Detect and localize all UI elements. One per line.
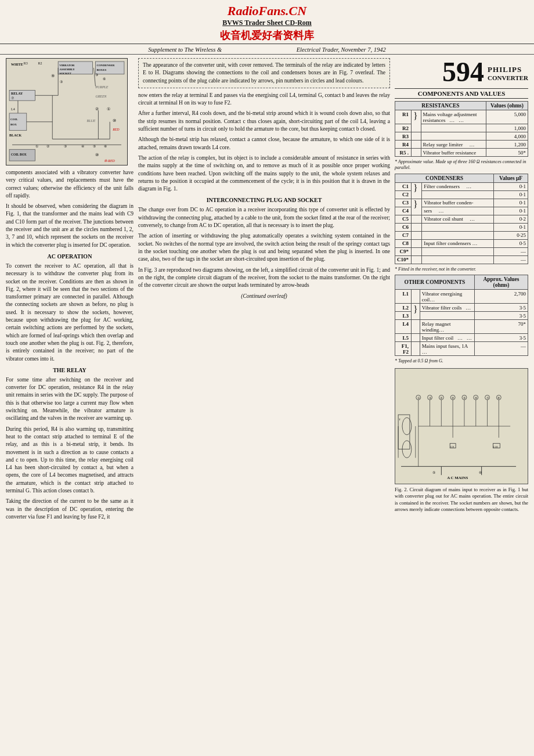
comp-values-heading: COMPONENTS AND VALUES	[395, 88, 528, 99]
ac-operation-para: To convert the receiver to AC operation,…	[6, 262, 134, 363]
svg-text:COIL BOX: COIL BOX	[11, 153, 27, 156]
r1-desc: Mains voltage adjustmentresistances … …	[421, 110, 486, 124]
r5-label: R5 .	[395, 149, 412, 157]
r2-value: 1,000	[486, 124, 528, 132]
svg-rect-24	[9, 113, 27, 131]
other-components-note: * Tapped at 0.5 Ω from G.	[395, 358, 528, 364]
table-row: C8 Input filter condensers … 0·5	[395, 239, 528, 247]
site-title: RadioFans.CN	[0, 3, 534, 19]
c10-desc	[422, 255, 494, 264]
svg-text:⑦: ⑦	[11, 96, 14, 100]
svg-text:②: ②	[46, 145, 49, 148]
c9-label: C9*	[395, 247, 412, 255]
description-box: The appearance of the converter unit, wi…	[138, 58, 390, 88]
svg-text:C10: C10	[493, 445, 498, 448]
c8-brace	[412, 239, 422, 247]
r4-value: 1,200	[486, 141, 528, 149]
c6-brace	[412, 223, 422, 231]
l5-desc: Input filter coil … …	[420, 334, 474, 342]
brand-name: PHILIPS	[488, 65, 528, 74]
svg-text:①: ①	[35, 145, 38, 148]
date-text: Electrical Trader, November 7, 1942	[297, 46, 386, 53]
c8-value: 0·5	[494, 239, 528, 247]
fig3-para: In Fig. 3 are reproduced two diagrams sh…	[138, 267, 390, 290]
c2-label: C2	[395, 190, 412, 199]
svg-text:BLUE: BLUE	[87, 119, 96, 123]
svg-text:WHITE: WHITE	[11, 63, 23, 66]
table-row: L2 } Vibrator filter coils … 3·5	[395, 304, 528, 312]
c5-value: 0·2	[494, 215, 528, 223]
other-heading: OTHER COMPONENTS	[395, 275, 475, 290]
r4-brace	[412, 141, 421, 149]
relay-para4: now enters the relay at terminal E and p…	[138, 92, 390, 107]
bvws-title: BVWS Trader Sheet CD-Rom	[0, 19, 534, 27]
r5-brace	[412, 149, 421, 157]
c5-brace	[412, 215, 422, 223]
c3c4-brace: }	[412, 199, 422, 215]
l2-value: 3·5	[474, 304, 528, 312]
condensers-heading: CONDENSERS	[395, 174, 494, 182]
svg-text:ASSEMBLY: ASSEMBLY	[59, 68, 75, 71]
l5-brace	[412, 334, 420, 342]
svg-text:CONDENSER: CONDENSER	[96, 64, 114, 67]
interconnect-heading: INTERCONNECTING PLUG AND SOCKET	[138, 196, 390, 204]
other-values-heading: Approx. Values (ohms)	[474, 275, 528, 290]
svg-line-21	[93, 68, 95, 87]
c7-value: 0·25	[494, 231, 528, 239]
f1f2-value: —	[474, 342, 528, 356]
c5-label: C5	[395, 215, 412, 223]
c1-desc: Filter condensers …	[422, 182, 494, 190]
l5-value: 3·5	[474, 334, 528, 342]
r2-desc	[421, 124, 486, 132]
svg-text:⑥: ⑥	[103, 77, 106, 81]
relay-para5: After a further interval, R4 cools down,…	[138, 110, 390, 133]
l4-value: 70*	[474, 320, 528, 334]
resistances-values-heading: Values (ohms)	[486, 102, 528, 110]
svg-text:BOX: BOX	[10, 123, 17, 126]
svg-text:R3: R3	[24, 62, 28, 65]
relay-para1: For some time after switching on the rec…	[6, 376, 134, 423]
svg-text:T: T	[399, 418, 400, 421]
r4-desc: Relay surge limiter …	[421, 141, 486, 149]
intro-para: components associated with a vibratory c…	[6, 169, 134, 200]
svg-text:⑩: ⑩	[113, 118, 116, 123]
relay-para7: The action of the relay is complex, but …	[138, 154, 390, 193]
left-diagram: WHITE R3 R2 VIBRATOR ASSEMBLY SOCKET CON…	[6, 58, 128, 165]
page-number-block: 594 PHILIPS CONVERTER	[395, 58, 528, 86]
table-row: C5 Vibrator coil shunt … 0·2	[395, 215, 528, 223]
l2-desc: Vibrator filter coils …	[420, 304, 474, 312]
para2: It should be observed, when considering …	[6, 203, 134, 249]
table-row: C3 } Vibrator buffer conden- 0·1	[395, 199, 528, 207]
page-number: 594	[442, 58, 484, 86]
c6-value: 0·1	[494, 223, 528, 231]
svg-text:⑥: ⑥	[104, 145, 107, 148]
table-row: L1 Vibrator energising coil… 2,700	[395, 290, 528, 304]
f1f2-desc: Mains input fuses, 1A …	[420, 342, 474, 356]
relay-para6: Although the bi-metal strip has relaxed,…	[138, 136, 390, 152]
svg-text:A C MAINS: A C MAINS	[447, 476, 468, 480]
svg-text:②: ②	[95, 107, 99, 111]
svg-text:COIL: COIL	[10, 118, 18, 121]
l1-value: 2,700	[474, 290, 528, 304]
left-column: WHITE R3 R2 VIBRATOR ASSEMBLY SOCKET CON…	[6, 58, 134, 524]
model-name: CONVERTER	[488, 74, 528, 81]
l3-value: 3·5	[474, 312, 528, 320]
c2-value: 0·1	[494, 190, 528, 199]
svg-text:③: ③	[64, 145, 67, 148]
main-layout: WHITE R3 R2 VIBRATOR ASSEMBLY SOCKET CON…	[0, 55, 534, 524]
ac-operation-heading: AC OPERATION	[6, 253, 134, 261]
svg-text:R2: R2	[38, 62, 42, 65]
relay-para3: Taking the direction of the current to b…	[6, 498, 134, 521]
c3-desc: Vibrator buffer conden-	[422, 199, 494, 207]
r5-desc: Vibrator buffer resistance	[421, 149, 486, 157]
resistances-heading: RESISTANCES	[395, 102, 486, 110]
svg-text:GREEN: GREEN	[95, 95, 107, 98]
table-row: C7 0·25	[395, 231, 528, 239]
c10-label: C10*	[395, 255, 412, 264]
r1-label: R1	[395, 110, 412, 124]
condensers-note: * Fitted in the receiver, not in the con…	[395, 267, 528, 272]
c1-value: 0·1	[494, 182, 528, 190]
c7-label: C7	[395, 231, 412, 239]
table-row: C9* —	[395, 247, 528, 255]
c10-value: —	[494, 255, 528, 264]
